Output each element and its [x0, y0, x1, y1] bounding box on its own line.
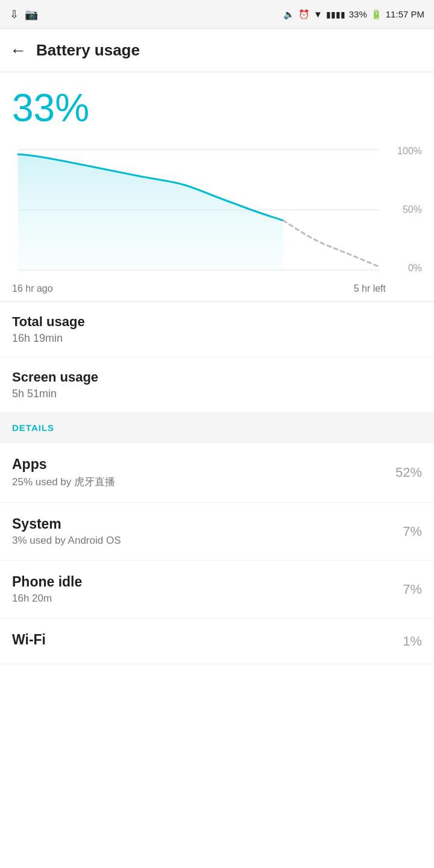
- chart-time-labels: 16 hr ago 5 hr left: [0, 281, 434, 294]
- chart-y-labels: 100% 50% 0%: [391, 143, 422, 276]
- chart-svg: [12, 143, 386, 276]
- status-left-icons: ⇩ 📷: [10, 8, 38, 21]
- chart-label-100: 100%: [397, 146, 422, 157]
- detail-apps-title: Apps: [12, 456, 386, 473]
- battery-icon: 🔋: [371, 9, 382, 20]
- alarm-icon: ⏰: [298, 9, 310, 20]
- details-label: DETAILS: [12, 423, 54, 433]
- detail-wifi-item[interactable]: Wi-Fi 1%: [0, 618, 434, 664]
- stats-section: Total usage 16h 19min Screen usage 5h 51…: [0, 302, 434, 413]
- clock-time: 11:57 PM: [386, 9, 424, 19]
- image-icon: 📷: [25, 8, 38, 21]
- detail-wifi-title: Wi-Fi: [12, 632, 386, 648]
- detail-phone-idle-title: Phone idle: [12, 574, 386, 590]
- page-title: Battery usage: [36, 41, 140, 60]
- detail-system-percent: 7%: [386, 524, 422, 539]
- status-bar: ⇩ 📷 🔈 ⏰ ▼ ▮▮▮▮ 33% 🔋 11:57 PM: [0, 0, 434, 29]
- chart-time-start: 16 hr ago: [12, 283, 53, 294]
- detail-phone-idle-item[interactable]: Phone idle 16h 20m 7%: [0, 561, 434, 618]
- signal-icon: ▮▮▮▮: [326, 10, 345, 19]
- total-usage-item: Total usage 16h 19min: [0, 302, 434, 357]
- detail-wifi-percent: 1%: [386, 634, 422, 649]
- screen-usage-value: 5h 51min: [12, 388, 422, 400]
- detail-system-sub: 3% used by Android OS: [12, 535, 386, 547]
- battery-chart: [12, 143, 386, 276]
- back-button[interactable]: ←: [10, 41, 27, 60]
- chart-label-50: 50%: [403, 204, 422, 215]
- wifi-icon: ▼: [313, 9, 322, 19]
- total-usage-label: Total usage: [12, 314, 422, 330]
- battery-status-percent: 33%: [349, 9, 367, 19]
- screen-usage-item: Screen usage 5h 51min: [0, 357, 434, 413]
- battery-chart-section: 100% 50% 0%: [0, 134, 434, 281]
- details-section-header: DETAILS: [0, 413, 434, 443]
- detail-system-item[interactable]: System 3% used by Android OS 7%: [0, 503, 434, 561]
- download-icon: ⇩: [10, 8, 19, 21]
- detail-phone-idle-percent: 7%: [386, 582, 422, 597]
- battery-percent-section: 33%: [0, 72, 434, 134]
- detail-apps-percent: 52%: [386, 465, 422, 480]
- detail-system-title: System: [12, 516, 386, 532]
- chart-time-end: 5 hr left: [354, 283, 386, 294]
- mute-icon: 🔈: [283, 9, 295, 20]
- detail-apps-item[interactable]: Apps 25% used by 虎牙直播 52%: [0, 443, 434, 503]
- status-right-info: 🔈 ⏰ ▼ ▮▮▮▮ 33% 🔋 11:57 PM: [283, 9, 424, 20]
- page-header: ← Battery usage: [0, 29, 434, 72]
- battery-percent-value: 33%: [12, 87, 422, 129]
- total-usage-value: 16h 19min: [12, 332, 422, 345]
- screen-usage-label: Screen usage: [12, 370, 422, 385]
- detail-phone-idle-sub: 16h 20m: [12, 593, 386, 605]
- chart-label-0: 0%: [408, 263, 422, 274]
- detail-apps-sub: 25% used by 虎牙直播: [12, 475, 386, 489]
